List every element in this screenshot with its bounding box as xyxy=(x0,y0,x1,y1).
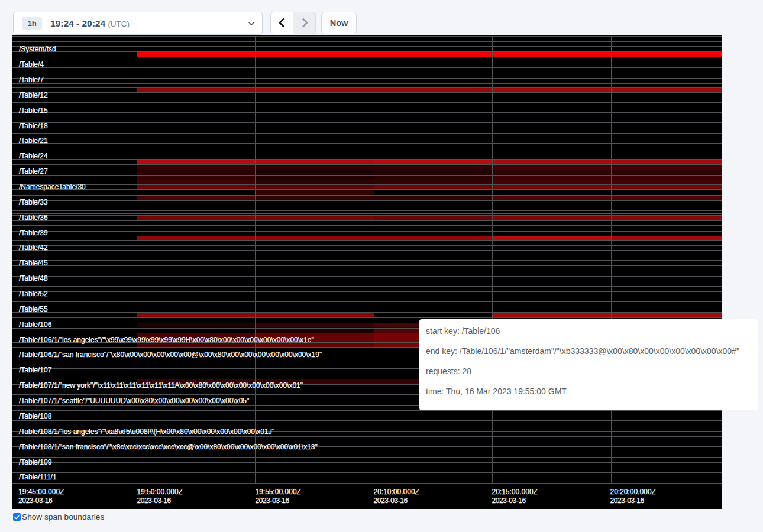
svg-text:/Table/52: /Table/52 xyxy=(19,290,48,298)
svg-text:20:20:00.000Z: 20:20:00.000Z xyxy=(610,488,656,496)
svg-text:/Table/12: /Table/12 xyxy=(19,91,48,99)
svg-text:20:15:00.000Z: 20:15:00.000Z xyxy=(492,488,538,496)
svg-text:2023-03-16: 2023-03-16 xyxy=(18,497,53,505)
svg-text:/Table/106: /Table/106 xyxy=(19,320,52,329)
svg-text:/Table/18: /Table/18 xyxy=(19,122,48,130)
svg-text:/Table/48: /Table/48 xyxy=(19,274,48,283)
svg-text:/Table/107/1/"seattle"/"UUUUUU: /Table/107/1/"seattle"/"UUUUUUD\x00\x80\… xyxy=(19,397,249,405)
svg-text:/Table/107: /Table/107 xyxy=(19,366,52,374)
svg-text:/Table/7: /Table/7 xyxy=(19,76,44,84)
svg-text:/Table/42: /Table/42 xyxy=(19,244,48,252)
svg-text:/Table/111/1: /Table/111/1 xyxy=(19,473,57,481)
svg-text:/Table/36: /Table/36 xyxy=(19,213,48,222)
svg-text:20:10:00.000Z: 20:10:00.000Z xyxy=(374,488,419,496)
svg-text:/System/tsd: /System/tsd xyxy=(19,45,56,53)
svg-text:/NamespaceTable/30: /NamespaceTable/30 xyxy=(19,183,86,191)
svg-text:2023-03-16: 2023-03-16 xyxy=(492,497,526,505)
svg-text:/Table/33: /Table/33 xyxy=(19,198,48,206)
svg-text:/Table/27: /Table/27 xyxy=(19,167,48,176)
svg-text:19:50:00.000Z: 19:50:00.000Z xyxy=(137,488,183,496)
svg-text:2023-03-16: 2023-03-16 xyxy=(256,497,290,505)
svg-text:/Table/108/1/"san francisco"/": /Table/108/1/"san francisco"/"\x8c\xcc\x… xyxy=(19,443,318,451)
svg-text:/Table/4: /Table/4 xyxy=(19,60,44,69)
svg-text:19:55:00.000Z: 19:55:00.000Z xyxy=(256,488,301,496)
svg-text:/Table/106/1/"san francisco"/": /Table/106/1/"san francisco"/"\x80\x00\x… xyxy=(19,351,322,359)
svg-text:/Table/21: /Table/21 xyxy=(19,137,48,145)
svg-text:19:45:00.000Z: 19:45:00.000Z xyxy=(18,488,64,496)
svg-text:/Table/107/1/"new york"/"\x11\: /Table/107/1/"new york"/"\x11\x11\x11\x1… xyxy=(19,381,303,390)
svg-text:/Table/108: /Table/108 xyxy=(19,412,52,420)
svg-text:/Table/24: /Table/24 xyxy=(19,152,48,160)
svg-text:2023-03-16: 2023-03-16 xyxy=(610,497,645,505)
svg-text:/Table/109: /Table/109 xyxy=(19,458,52,466)
svg-text:/Table/108/1/"los angeles"/"\x: /Table/108/1/"los angeles"/"\xa8\xf5\u00… xyxy=(19,427,274,436)
svg-text:/Table/106/1/"los angeles"/"\x: /Table/106/1/"los angeles"/"\x99\x99\x99… xyxy=(19,336,314,344)
svg-text:/Table/15: /Table/15 xyxy=(19,106,48,115)
svg-text:/Table/55: /Table/55 xyxy=(19,305,48,313)
svg-text:2023-03-16: 2023-03-16 xyxy=(374,497,408,505)
svg-text:/Table/39: /Table/39 xyxy=(19,229,48,237)
svg-text:2023-03-16: 2023-03-16 xyxy=(137,497,172,505)
svg-text:/Table/45: /Table/45 xyxy=(19,259,48,267)
